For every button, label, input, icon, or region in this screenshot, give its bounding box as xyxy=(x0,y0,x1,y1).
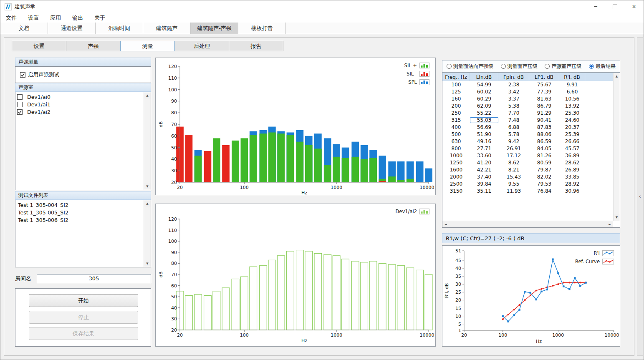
scroll-up-icon[interactable]: ▲ xyxy=(144,200,151,207)
channel-item[interactable]: Dev1/ai1 xyxy=(17,101,144,108)
table-cell[interactable]: 90.41 xyxy=(529,117,559,123)
scroll-down-icon[interactable]: ▼ xyxy=(144,260,151,267)
table-cell[interactable]: 125 xyxy=(442,89,470,95)
subtab-0[interactable]: 设置 xyxy=(12,41,66,51)
table-row[interactable]: 40056.696.8887.8320.37 xyxy=(442,123,613,131)
table-cell[interactable]: 3.37 xyxy=(498,96,529,102)
start-button[interactable]: 开始 xyxy=(29,294,138,307)
table-cell[interactable]: 91.29 xyxy=(529,110,559,116)
files-list-scrollbar[interactable]: ▲ ▼ xyxy=(144,200,151,267)
scroll-up-icon[interactable]: ▲ xyxy=(614,73,620,80)
table-cell[interactable]: 100 xyxy=(442,82,470,88)
table-vertical-scrollbar[interactable]: ▲ ▼ xyxy=(613,73,620,221)
table-row[interactable]: 160042.218.2179.8726.89 xyxy=(442,166,613,173)
channel-checkbox[interactable] xyxy=(17,109,23,115)
table-row[interactable]: 25055.227.7091.2925.30 xyxy=(442,109,613,116)
table-cell[interactable]: 80.59 xyxy=(529,160,559,166)
collapse-panel-handle[interactable]: ‹ xyxy=(637,37,643,356)
table-row[interactable]: 10054.992.3875.679.91 xyxy=(442,81,613,88)
table-cell[interactable]: 88.06 xyxy=(529,131,559,137)
table-row[interactable]: 50051.905.7888.0625.39 xyxy=(442,131,613,138)
table-row[interactable]: 100033.6017.1281.2636.89 xyxy=(442,152,613,159)
table-cell[interactable]: 250 xyxy=(442,110,470,116)
table-cell[interactable]: 15.43 xyxy=(498,174,529,180)
table-row[interactable]: 125041.208.6280.5928.62 xyxy=(442,159,613,166)
table-cell[interactable]: 11.93 xyxy=(498,188,529,194)
table-row[interactable]: 16060.293.3781.6310.56 xyxy=(442,95,613,102)
result-view-radio-1[interactable]: 测量面声压级 xyxy=(501,63,538,70)
result-view-radio-0[interactable]: 测量面法向声强级 xyxy=(447,63,493,70)
table-cell[interactable]: 8.62 xyxy=(498,160,529,166)
table-cell[interactable]: 200 xyxy=(442,103,470,109)
table-cell[interactable]: 86.79 xyxy=(529,103,559,109)
scroll-down-icon[interactable]: ▼ xyxy=(614,214,620,221)
table-cell[interactable]: 3.42 xyxy=(498,89,529,95)
column-header[interactable]: FpIn, dB xyxy=(498,73,529,81)
table-cell[interactable]: 75.67 xyxy=(529,82,559,88)
menu-item-3[interactable]: 输出 xyxy=(72,14,83,22)
channel-checkbox[interactable] xyxy=(17,102,23,107)
table-row[interactable]: 200037.4015.4382.0233.85 xyxy=(442,173,613,180)
table-cell[interactable]: 84.05 xyxy=(529,146,559,151)
table-horizontal-scrollbar[interactable]: ◄ ► xyxy=(442,221,613,227)
table-cell[interactable]: 2.38 xyxy=(498,82,529,88)
room-name-input[interactable] xyxy=(37,274,151,283)
table-cell[interactable]: 7.48 xyxy=(498,117,529,123)
table-cell[interactable]: 55.03 xyxy=(470,117,498,123)
scroll-right-icon[interactable]: ► xyxy=(606,221,613,227)
table-cell[interactable]: 49.16 xyxy=(470,138,498,144)
close-button[interactable]: ✕ xyxy=(624,0,644,13)
table-cell[interactable]: 82.02 xyxy=(529,174,559,180)
table-cell[interactable]: 800 xyxy=(442,146,470,151)
table-cell[interactable]: 9.55 xyxy=(498,181,529,187)
table-cell[interactable]: 5.78 xyxy=(498,131,529,137)
table-cell[interactable]: 17.12 xyxy=(498,153,529,159)
channel-item[interactable]: Dev1/ai0 xyxy=(17,93,144,101)
table-cell[interactable]: 25.30 xyxy=(559,110,585,116)
table-row[interactable]: 80027.7126.9184.0545.57 xyxy=(442,145,613,152)
table-cell[interactable]: 86.59 xyxy=(529,138,559,144)
table-cell[interactable]: 26.89 xyxy=(559,167,585,173)
file-item[interactable]: Test 1_305-004_SI2 xyxy=(17,201,144,209)
table-cell[interactable]: 33.60 xyxy=(470,153,498,159)
save-results-button[interactable]: 保存结果 xyxy=(29,327,138,340)
column-header[interactable]: LIn,dB xyxy=(470,73,498,81)
table-row[interactable]: 31555.037.4890.4124.60 xyxy=(442,116,613,123)
table-cell[interactable]: 2000 xyxy=(442,174,470,180)
result-view-radio-2[interactable]: 声源室声压级 xyxy=(545,63,581,70)
file-item[interactable]: Test 1_305-005_SI2 xyxy=(17,209,144,216)
table-cell[interactable]: 62.09 xyxy=(470,103,498,109)
table-row[interactable]: 20062.095.3886.7913.92 xyxy=(442,102,613,109)
subtab-4[interactable]: 报告 xyxy=(229,41,283,51)
channel-item[interactable]: Dev1/ai2 xyxy=(17,108,144,116)
tab-0[interactable]: 文档 xyxy=(0,23,48,34)
stop-button[interactable]: 停止 xyxy=(29,311,138,324)
table-cell[interactable]: 20.37 xyxy=(559,124,585,130)
table-cell[interactable]: 7.70 xyxy=(498,110,529,116)
table-cell[interactable]: 160 xyxy=(442,96,470,102)
table-cell[interactable]: 39.84 xyxy=(470,181,498,187)
table-row[interactable]: 315035.1111.9376.8430.96 xyxy=(442,187,613,194)
menu-item-0[interactable]: 文件 xyxy=(6,14,17,22)
table-cell[interactable]: 51.90 xyxy=(470,131,498,137)
table-cell[interactable]: 27.71 xyxy=(470,146,498,151)
column-header[interactable]: LP1, dB xyxy=(529,73,559,81)
table-cell[interactable]: 60.29 xyxy=(470,96,498,102)
table-cell[interactable]: 30.96 xyxy=(559,188,585,194)
table-cell[interactable]: 1000 xyxy=(442,153,470,159)
table-row[interactable]: 250039.849.5579.5328.92 xyxy=(442,180,613,187)
scroll-left-icon[interactable]: ◄ xyxy=(442,221,449,227)
table-cell[interactable]: 28.62 xyxy=(559,160,585,166)
table-cell[interactable]: 28.92 xyxy=(559,181,585,187)
table-cell[interactable]: 56.69 xyxy=(470,124,498,130)
tab-4[interactable]: 建筑隔声-声强 xyxy=(191,23,238,34)
table-cell[interactable]: 55.22 xyxy=(470,110,498,116)
table-cell[interactable]: 79.87 xyxy=(529,167,559,173)
table-row[interactable]: 63049.169.4286.5926.66 xyxy=(442,138,613,145)
table-cell[interactable]: 630 xyxy=(442,138,470,144)
tab-3[interactable]: 建筑隔声 xyxy=(143,23,191,34)
table-row[interactable]: 12560.023.4277.396.60 xyxy=(442,88,613,95)
column-header[interactable]: R'I, dB xyxy=(559,73,585,81)
result-view-radio-3[interactable]: 最后结果 xyxy=(589,63,616,70)
table-cell[interactable]: 81.63 xyxy=(529,96,559,102)
